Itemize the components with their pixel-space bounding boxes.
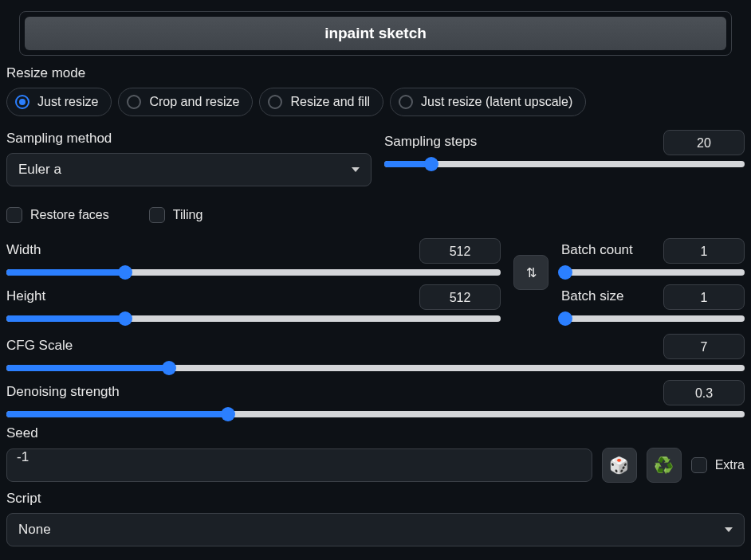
denoising-value[interactable]: 0.3 [663, 380, 745, 405]
resize-mode-option-label: Crop and resize [149, 95, 239, 109]
resize-mode-option[interactable]: Crop and resize [118, 88, 253, 116]
batch-right: Batch count 1 Batch size 1 [561, 234, 745, 330]
batch-count-label: Batch count [561, 242, 633, 258]
checkbox-icon [6, 207, 22, 223]
resize-mode-option[interactable]: Just resize [6, 88, 112, 116]
sampling-steps-label: Sampling steps [384, 134, 477, 150]
checkbox-icon [691, 457, 707, 473]
batch-size-slider[interactable] [561, 315, 745, 322]
cfg-scale-slider[interactable] [6, 365, 745, 371]
script-group: Script None [6, 491, 745, 546]
batch-size-label: Batch size [561, 288, 623, 304]
swap-dimensions-button[interactable]: ⇅ [513, 255, 549, 290]
dice-icon: 🎲 [609, 456, 629, 475]
chevron-down-icon [352, 167, 360, 172]
tiling-checkbox[interactable]: Tiling [149, 207, 203, 223]
radio-icon [268, 95, 282, 109]
seed-group: Seed -1 🎲 ♻️ Extra [6, 425, 745, 483]
cfg-scale-label: CFG Scale [6, 338, 73, 354]
width-value[interactable]: 512 [419, 238, 501, 264]
resize-mode-option-label: Just resize (latent upscale) [421, 95, 572, 109]
batch-size-value[interactable]: 1 [663, 284, 745, 310]
batch-count-value[interactable]: 1 [663, 238, 745, 264]
tab-bar: inpaint sketch [19, 11, 732, 56]
sampling-steps-slider[interactable] [384, 161, 745, 167]
script-label: Script [6, 491, 745, 507]
denoising-group: Denoising strength 0.3 [6, 379, 745, 417]
sampling-method-select[interactable]: Euler a [6, 153, 372, 186]
seed-input[interactable]: -1 [6, 448, 592, 482]
sampling-method-label: Sampling method [6, 131, 372, 147]
sampling-method-group: Sampling method Euler a [6, 126, 372, 186]
height-value[interactable]: 512 [419, 284, 501, 310]
denoising-slider[interactable] [6, 411, 745, 417]
swap-icon: ⇅ [526, 265, 537, 280]
batch-count-group: Batch count 1 [561, 237, 745, 276]
seed-extra-label: Extra [715, 458, 745, 472]
chevron-down-icon [725, 527, 733, 532]
tab-inpaint-sketch[interactable]: inpaint sketch [25, 17, 726, 50]
radio-icon [399, 95, 413, 109]
radio-icon [15, 95, 29, 109]
script-value: None [18, 522, 51, 538]
seed-label: Seed [6, 425, 745, 441]
resize-mode-label: Resize mode [6, 65, 745, 81]
resize-mode-option-label: Just resize [37, 95, 98, 109]
seed-random-button[interactable]: 🎲 [602, 448, 637, 483]
height-slider[interactable] [6, 315, 501, 322]
height-label: Height [6, 288, 45, 304]
resize-mode-option-label: Resize and fill [290, 95, 370, 109]
sampling-steps-value[interactable]: 20 [663, 130, 745, 155]
batch-size-group: Batch size 1 [561, 284, 745, 322]
dimensions-left: Width 512 Height 512 [6, 234, 501, 330]
checkbox-icon [149, 207, 165, 223]
script-select[interactable]: None [6, 513, 745, 546]
sampling-method-value: Euler a [18, 162, 61, 178]
resize-mode-group: Resize mode Just resizeCrop and resizeRe… [6, 65, 745, 116]
resize-mode-option[interactable]: Resize and fill [259, 88, 383, 116]
cfg-scale-group: CFG Scale 7 [6, 333, 745, 371]
cfg-scale-value[interactable]: 7 [663, 334, 745, 359]
denoising-label: Denoising strength [6, 384, 120, 400]
width-label: Width [6, 242, 41, 258]
recycle-icon: ♻️ [654, 456, 674, 475]
restore-faces-label: Restore faces [30, 208, 109, 222]
sampling-steps-group: Sampling steps 20 [384, 126, 745, 186]
radio-icon [127, 95, 141, 109]
seed-extra-checkbox[interactable]: Extra [691, 457, 745, 473]
resize-mode-option[interactable]: Just resize (latent upscale) [390, 88, 586, 116]
width-group: Width 512 [6, 237, 501, 276]
restore-faces-checkbox[interactable]: Restore faces [6, 207, 109, 223]
width-slider[interactable] [6, 269, 501, 276]
batch-count-slider[interactable] [561, 269, 745, 276]
height-group: Height 512 [6, 284, 501, 322]
seed-reuse-button[interactable]: ♻️ [647, 448, 682, 483]
tiling-label: Tiling [173, 208, 203, 222]
